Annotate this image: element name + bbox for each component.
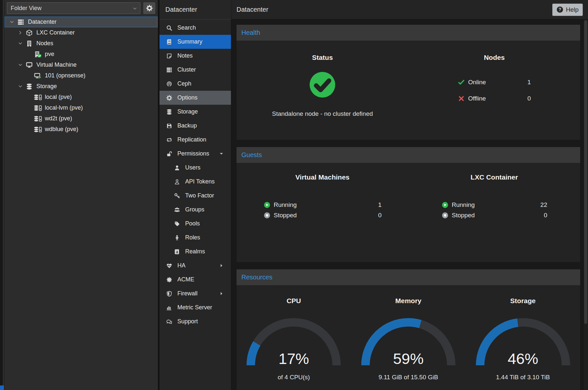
- content-header: Datacenter ? Help: [231, 0, 588, 20]
- memory-gauge-column: Memory59%9.11 GiB of 15.50 GiB: [351, 286, 466, 390]
- nav-item-support[interactable]: Support: [160, 315, 231, 329]
- page-title: Datacenter: [236, 6, 268, 13]
- tree-item-label: local (pve): [43, 94, 72, 101]
- nav-item-backup[interactable]: Backup: [160, 119, 231, 133]
- tree-item-local-lvm-pve[interactable]: local-lvm (pve): [5, 102, 158, 113]
- tree-item-label: Nodes: [34, 40, 53, 47]
- chevron-right-icon[interactable]: [16, 30, 24, 35]
- nav-item-search[interactable]: Search: [160, 21, 231, 35]
- cpu-gauge: 17%: [245, 316, 342, 370]
- cube-icon: [24, 30, 34, 36]
- tree-item-label: Datacenter: [26, 19, 57, 25]
- chevron-down-icon[interactable]: [16, 84, 24, 89]
- tree-item-local-pve[interactable]: local (pve): [5, 92, 158, 102]
- caret-right-icon[interactable]: [219, 291, 224, 296]
- nav-item-summary[interactable]: Summary: [160, 35, 231, 49]
- heartbeat-icon: [165, 263, 173, 269]
- nodes-column: Nodes Online1Offline0: [408, 41, 580, 140]
- status-row-label: Online: [465, 79, 486, 86]
- tree-item-wdblue-pve[interactable]: wdblue (pve): [5, 124, 158, 135]
- status-row-value: 0: [527, 95, 531, 102]
- guests-panel-title: Guests: [241, 151, 262, 159]
- nav-item-label: Search: [173, 24, 196, 31]
- users-icon: [173, 207, 181, 213]
- nav-item-groups[interactable]: Groups: [160, 203, 231, 217]
- stop-circle-icon: [263, 212, 271, 219]
- gear-icon: [146, 5, 153, 11]
- resources-body: CPU17%of 4 CPU(s)Memory59%9.11 GiB of 15…: [236, 286, 580, 390]
- nav-item-realms[interactable]: Realms: [160, 245, 231, 259]
- view-mode-value: Folder View: [11, 5, 42, 11]
- floppy-icon: [165, 123, 173, 129]
- tree-settings-button[interactable]: [143, 2, 155, 14]
- building-online-icon: [32, 51, 43, 58]
- nav-item-label: Users: [181, 164, 200, 171]
- play-circle-icon: [263, 202, 271, 208]
- nav-item-notes[interactable]: Notes: [160, 49, 231, 63]
- caret-right-icon[interactable]: [219, 263, 224, 268]
- nav-item-label: Options: [173, 94, 198, 101]
- memory-gauge: 59%: [360, 316, 457, 370]
- nav-item-ceph[interactable]: Ceph: [160, 77, 231, 91]
- view-mode-select[interactable]: Folder View: [7, 2, 140, 14]
- nav-item-storage[interactable]: Storage: [160, 105, 231, 119]
- tree-item-101-opnsense[interactable]: 101 (opnsense): [5, 70, 158, 81]
- nodes-title: Nodes: [484, 53, 505, 62]
- guests-body: Virtual MachinesRunning1Stopped0LXC Cont…: [236, 163, 580, 262]
- nav-item-ha[interactable]: HA: [160, 259, 231, 273]
- user-o-icon: [173, 179, 181, 185]
- question-circle-icon: ?: [556, 6, 563, 13]
- main-content: Datacenter ? Help Health Status Standalo…: [231, 0, 588, 390]
- nav-item-replication[interactable]: Replication: [160, 133, 231, 147]
- nav-item-label: Pools: [181, 220, 200, 227]
- panel-health: Health Status Standalone node - no clust…: [236, 24, 581, 140]
- caret-down-icon[interactable]: [219, 151, 224, 156]
- window-edge: [0, 0, 4, 390]
- certificate-icon: [165, 277, 173, 283]
- nav-item-label: Backup: [173, 122, 197, 129]
- tree-item-nodes[interactable]: Nodes: [5, 38, 158, 49]
- tree-item-label: LXC Container: [34, 29, 75, 36]
- tree-item-virtual-machine[interactable]: Virtual Machine: [5, 60, 158, 70]
- nav-item-acme[interactable]: ACME: [160, 273, 231, 287]
- resources-panel-title: Resources: [241, 274, 273, 281]
- nav-item-cluster[interactable]: Cluster: [160, 63, 231, 77]
- building-icon: [24, 40, 34, 47]
- nav-item-permissions[interactable]: Permissions: [160, 147, 231, 161]
- nav-item-roles[interactable]: Roles: [160, 231, 231, 245]
- tree-item-datacenter[interactable]: Datacenter: [5, 17, 158, 27]
- cpu-gauge-title: CPU: [287, 297, 301, 305]
- nav-item-users[interactable]: Users: [160, 161, 231, 175]
- nav-item-firewall[interactable]: Firewall: [160, 287, 231, 301]
- storage-gauge-title: Storage: [510, 297, 536, 305]
- scrollbar-thumb[interactable]: [584, 20, 587, 324]
- gauge-percent-label: 59%: [360, 350, 457, 368]
- health-panel-title: Health: [241, 29, 260, 36]
- nav-item-metric-server[interactable]: Metric Server: [160, 301, 231, 315]
- help-button[interactable]: ? Help: [552, 4, 583, 16]
- tree-item-label: Virtual Machine: [34, 61, 77, 68]
- nav-item-pools[interactable]: Pools: [160, 217, 231, 231]
- tree-item-lxc-container[interactable]: LXC Container: [5, 27, 158, 38]
- nav-item-label: Permissions: [173, 150, 209, 157]
- storage-gauge-column: Storage46%1.44 TiB of 3.10 TiB: [466, 286, 580, 390]
- tag-icon: [173, 221, 181, 227]
- cluster-status-message: Standalone node - no cluster defined: [272, 110, 373, 117]
- tree-item-pve[interactable]: pve: [5, 49, 158, 60]
- lxc-container-column: LXC ContainerRunning22Stopped0: [408, 163, 580, 262]
- tree-item-wd2t-pve[interactable]: wd2t (pve): [5, 113, 158, 124]
- nav-item-api-tokens[interactable]: API Tokens: [160, 175, 231, 189]
- datacenter-nav-panel: Datacenter SearchSummaryNotesClusterCeph…: [160, 0, 231, 390]
- desktop-running-icon: [32, 73, 43, 79]
- chevron-down-icon[interactable]: [16, 41, 24, 46]
- storage-gauge: 46%: [474, 316, 572, 370]
- folder-tree: DatacenterLXC ContainerNodespveVirtual M…: [4, 16, 158, 135]
- tree-toolbar: Folder View: [4, 0, 158, 16]
- chevron-down-icon[interactable]: [16, 62, 24, 67]
- chevron-down-icon[interactable]: [8, 20, 16, 24]
- vertical-scrollbar[interactable]: [583, 20, 588, 390]
- nav-item-two-factor[interactable]: Two Factor: [160, 189, 231, 203]
- nav-item-options[interactable]: Options: [160, 91, 231, 105]
- tree-item-storage[interactable]: Storage: [5, 81, 158, 92]
- address-book-icon: [173, 249, 181, 255]
